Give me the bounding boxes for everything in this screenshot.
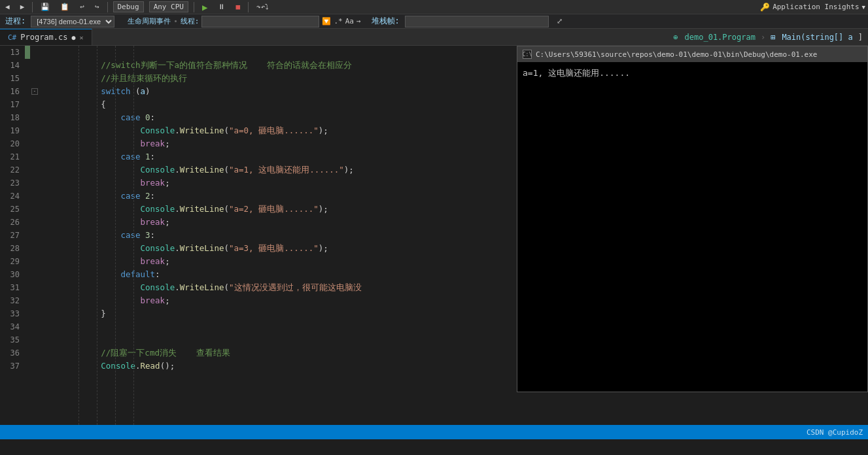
debug-selector[interactable]: Debug: [113, 1, 144, 12]
pause-btn[interactable]: ⏸: [215, 2, 228, 12]
lifecycle-label: 生命周期事件: [128, 16, 171, 26]
code-line-26: 26 break;: [0, 216, 517, 229]
code-line-24: 24 case 2:: [0, 190, 517, 203]
toolbar-btn-3[interactable]: ↩: [77, 2, 87, 12]
thread-label: 线程:: [181, 16, 200, 26]
breadcrumb-method-end: ]: [858, 33, 863, 42]
editor-area: 13 14 //switch判断一下a的值符合那种情况 符合的话就会在相应分 1…: [0, 46, 868, 425]
tab-bar: C# Program.cs ● ✕ ⊕ demo_01.Program › ⊞ …: [0, 29, 868, 46]
code-line-36: 36 //阻塞一下cmd消失 查看结果: [0, 346, 517, 360]
toolbar-debug-btns[interactable]: ↷↶⤵: [254, 2, 271, 12]
toolbar-back-btn[interactable]: ◀: [3, 2, 12, 12]
breadcrumb-method-icon: ⊞: [771, 33, 775, 42]
console-titlebar: C:\ C:\Users\59361\source\repos\demo-01\…: [517, 46, 867, 62]
watermark-text: CSDN @CupidoZ: [807, 428, 863, 437]
code-line-37: 37 Console.Read();: [0, 360, 517, 373]
toolbar-forward-btn[interactable]: ▶: [18, 2, 27, 12]
code-line-18: 18 case 0:: [0, 111, 517, 124]
code-line-25: 25 Console.WriteLine("a=2, 砸电脑......");: [0, 203, 517, 216]
process-select[interactable]: [4736] demo-01.exe: [31, 16, 114, 27]
app-insights-dropdown-icon[interactable]: ▼: [862, 4, 865, 10]
code-editor[interactable]: 13 14 //switch判断一下a的值符合那种情况 符合的话就会在相应分 1…: [0, 46, 517, 425]
process-prefix-label: 进程:: [5, 16, 26, 27]
case-icon[interactable]: Aa: [345, 17, 354, 25]
code-line-21: 21 case 1:: [0, 150, 517, 163]
code-line-15: 15 //并且结束循环的执行: [0, 72, 517, 85]
code-line-17: 17 {: [0, 98, 517, 111]
process-bar: 进程: [4736] demo-01.exe 生命周期事件 • 线程: 🔽 .*…: [0, 14, 868, 29]
code-line-32: 32 break;: [0, 294, 517, 307]
expand-icon[interactable]: ⤢: [557, 17, 563, 25]
code-line-14: 14 //switch判断一下a的值符合那种情况 符合的话就会在相应分: [0, 59, 517, 72]
code-line-13: 13: [0, 46, 517, 59]
app-insights-menu[interactable]: 🔑 Application Insights ▼: [760, 3, 865, 12]
code-line-23: 23 break;: [0, 177, 517, 190]
code-line-31: 31 Console.WriteLine("这情况没遇到过，很可能这电脑没: [0, 281, 517, 294]
stack-label: 堆栈帧:: [372, 16, 400, 27]
console-output-text: a=1, 这电脑还能用......: [523, 68, 630, 78]
code-line-30: 30 default:: [0, 268, 517, 281]
status-bar: CSDN @CupidoZ: [0, 425, 868, 439]
code-line-29: 29 break;: [0, 255, 517, 268]
code-line-22: 22 Console.WriteLine("a=1, 这电脑还能用......"…: [0, 163, 517, 177]
breadcrumb-separator: ›: [761, 33, 765, 42]
console-path-text: C:\Users\59361\source\repos\demo-01\demo…: [536, 50, 862, 59]
toolbar-btn-1[interactable]: 💾: [38, 2, 52, 12]
toolbar-btn-2[interactable]: 📋: [58, 2, 72, 12]
thread-input[interactable]: [201, 16, 319, 27]
code-line-34: 34: [0, 320, 517, 333]
code-line-19: 19 Console.WriteLine("a=0, 砸电脑......");: [0, 124, 517, 137]
app-insights-icon: 🔑: [760, 3, 770, 12]
toolbar: ◀ ▶ 💾 📋 ↩ ↪ Debug Any CPU ▶ ⏸ ■ ↷↶⤵ 🔑 Ap…: [0, 0, 868, 14]
tab-close-btn[interactable]: ✕: [80, 34, 84, 41]
stack-input[interactable]: [405, 16, 549, 27]
console-window: C:\ C:\Users\59361\source\repos\demo-01\…: [517, 46, 868, 392]
tab-file-icon: C#: [8, 33, 16, 42]
console-body: a=1, 这电脑还能用......: [517, 62, 867, 382]
breadcrumb-method: Main(string[] a: [782, 33, 852, 42]
breadcrumb-file: ⊕: [673, 33, 678, 42]
breadcrumb-filename: demo_01.Program: [685, 33, 755, 42]
arrow-icon[interactable]: →: [356, 17, 361, 25]
code-line-16: 16 - switch (a): [0, 85, 517, 98]
code-line-33: 33 }: [0, 307, 517, 320]
code-line-35: 35: [0, 333, 517, 346]
code-line-27: 27 case 3:: [0, 229, 517, 242]
app-insights-label: Application Insights: [773, 3, 859, 11]
lifecycle-separator: •: [173, 17, 178, 25]
tab-dot: ●: [72, 34, 76, 41]
code-line-28: 28 Console.WriteLine("a=3, 砸电脑......");: [0, 242, 517, 255]
regex-icon[interactable]: .*: [334, 17, 342, 25]
cpu-selector[interactable]: Any CPU: [149, 1, 188, 12]
console-window-icon: C:\: [523, 50, 532, 59]
tab-label: Program.cs: [20, 33, 67, 42]
play-btn[interactable]: ▶: [200, 1, 210, 13]
filter-icon[interactable]: 🔽: [322, 17, 331, 25]
toolbar-btn-4[interactable]: ↪: [92, 2, 102, 12]
stop-btn[interactable]: ■: [233, 2, 243, 12]
code-line-20: 20 break;: [0, 137, 517, 150]
breadcrumb-area: ⊕ demo_01.Program › ⊞ Main(string[] a ]: [668, 29, 868, 45]
fold-btn-16[interactable]: -: [31, 88, 38, 95]
tab-program-cs[interactable]: C# Program.cs ● ✕: [0, 29, 92, 45]
